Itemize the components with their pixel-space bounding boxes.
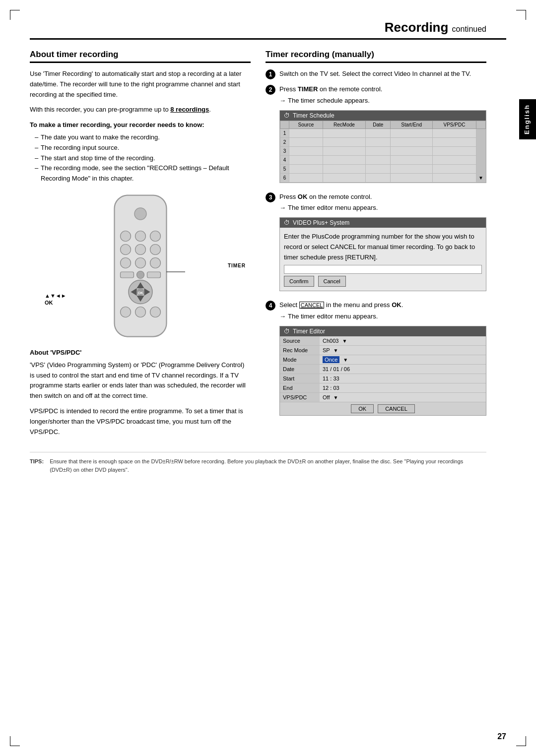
- svg-point-5: [120, 244, 131, 254]
- step-4: 4 Select CANCEL in the menu and press OK…: [266, 300, 486, 420]
- main-content: About timer recording Use 'Timer Recordi…: [30, 50, 486, 442]
- to-make-heading: To make a timer recording, your recorder…: [30, 120, 251, 130]
- svg-point-7: [150, 244, 160, 254]
- page-title-continued: continued: [452, 25, 486, 33]
- te-label-end: End: [280, 383, 320, 392]
- page-number: 27: [497, 732, 506, 741]
- dropdown-icon-vpspdc: ▼: [334, 395, 338, 400]
- timer-editor-title: ⏱ Timer Editor: [280, 326, 486, 336]
- step-1-text: Switch on the TV set. Select the correct…: [279, 69, 486, 79]
- cancel-button[interactable]: Cancel: [318, 276, 346, 287]
- svg-point-2: [120, 231, 131, 241]
- svg-point-4: [150, 231, 160, 241]
- te-label-source: Source: [280, 336, 320, 345]
- video-plus-input: [284, 265, 482, 274]
- table-row: 6: [280, 173, 486, 182]
- timer-schedule-title: ⏱ Timer Schedule: [280, 111, 486, 121]
- timer-editor-cancel-button[interactable]: CANCEL: [378, 404, 415, 413]
- step-2: 2 Press TIMER on the remote control. → T…: [266, 84, 486, 187]
- clock-icon-3: ⏱: [284, 328, 290, 335]
- page-header: Recording continued: [30, 20, 506, 40]
- vps-pdc-text1: 'VPS' (Video Programming System) or 'PDC…: [30, 360, 251, 401]
- tips-label: TIPS:: [30, 457, 44, 474]
- te-row-source: Source Ch003 ▼: [280, 336, 486, 346]
- svg-rect-11: [120, 272, 134, 278]
- timer-editor-body: Source Ch003 ▼ Rec Mode SP ▼ Mode: [280, 336, 486, 415]
- video-plus-body: Enter the PlusCode programming number fo…: [280, 228, 486, 291]
- te-row-recmode: Rec Mode SP ▼: [280, 346, 486, 355]
- vps-pdc-heading: About 'VPS/PDC': [30, 348, 251, 358]
- step-1-number: 1: [266, 69, 275, 79]
- step-3-number: 3: [266, 192, 275, 202]
- step-3-text: Press OK on the remote control.: [279, 192, 486, 202]
- video-plus-screen: ⏱ VIDEO Plus+ System Enter the PlusCode …: [279, 217, 486, 291]
- list-item: The date you want to make the recording.: [35, 132, 251, 143]
- svg-point-10: [150, 257, 160, 268]
- svg-point-22: [135, 307, 145, 317]
- table-row: 2: [280, 137, 486, 146]
- confirm-button[interactable]: Confirm: [284, 276, 314, 287]
- svg-point-6: [135, 244, 145, 254]
- ok-label: OK: [45, 300, 67, 306]
- table-row: 1▼: [280, 128, 486, 137]
- col-header-source: Source: [289, 121, 323, 128]
- timer-schedule-screen: ⏱ Timer Schedule Source RecMode Date: [279, 110, 486, 183]
- te-row-vpspdc: VPS/PDC Off ▼: [280, 393, 486, 402]
- te-row-mode: Mode Once ▼: [280, 355, 486, 365]
- page: English Recording continued About timer …: [0, 0, 536, 756]
- dropdown-icon-mode: ▼: [343, 357, 348, 363]
- step-2-number: 2: [266, 85, 275, 95]
- svg-rect-13: [147, 272, 160, 278]
- page-title: Recording: [385, 20, 449, 35]
- te-label-date: Date: [280, 365, 320, 374]
- te-value-mode: Once ▼: [320, 355, 486, 364]
- col-header-scroll: [476, 121, 486, 128]
- vps-pdc-text2: VPS/PDC is intended to record the entire…: [30, 406, 251, 437]
- step-2-content: Press TIMER on the remote control. → The…: [279, 84, 486, 187]
- video-plus-buttons: Confirm Cancel: [284, 276, 482, 287]
- step-1-content: Switch on the TV set. Select the correct…: [279, 69, 486, 79]
- te-value-start: 11 : 33: [320, 374, 486, 383]
- corner-mark-tr: [516, 10, 526, 20]
- col-header-recmode: RecMode: [323, 121, 365, 128]
- step-4-arrow: → The timer editor menu appears.: [279, 312, 486, 322]
- te-label-mode: Mode: [280, 355, 320, 364]
- te-buttons: OK CANCEL: [280, 402, 486, 415]
- timer-editor-ok-button[interactable]: OK: [351, 404, 374, 413]
- left-column: About timer recording Use 'Timer Recordi…: [30, 50, 251, 442]
- te-row-date: Date 31 / 01 / 06: [280, 365, 486, 374]
- list-item: The start and stop time of the recording…: [35, 153, 251, 164]
- mode-value-highlight: Once: [323, 356, 339, 363]
- tips-text: Ensure that there is enough space on the…: [50, 457, 486, 474]
- tips-section: TIPS: Ensure that there is enough space …: [30, 452, 486, 474]
- right-column: Timer recording (manually) 1 Switch on t…: [266, 50, 486, 442]
- svg-point-3: [135, 231, 145, 241]
- video-plus-title: ⏱ VIDEO Plus+ System: [280, 218, 486, 228]
- te-value-source: Ch003 ▼: [320, 336, 486, 345]
- step-3-content: Press OK on the remote control. → The ti…: [279, 192, 486, 295]
- step-2-text: Press TIMER on the remote control.: [279, 84, 486, 95]
- intro-text: Use 'Timer Recording' to automatically s…: [30, 69, 251, 100]
- clock-icon-2: ⏱: [284, 219, 290, 226]
- col-header-date: Date: [366, 121, 391, 128]
- list-item: The recording mode, see the section "REC…: [35, 163, 251, 184]
- svg-point-21: [120, 307, 131, 317]
- step-3-arrow: → The timer editor menu appears.: [279, 203, 486, 213]
- svg-point-9: [135, 257, 145, 268]
- timer-schedule-table: Source RecMode Date Start/End VPS/PDC 1▼: [280, 121, 486, 183]
- te-label-recmode: Rec Mode: [280, 346, 320, 355]
- step-4-number: 4: [266, 301, 275, 311]
- requirements-list: The date you want to make the recording.…: [30, 132, 251, 184]
- te-row-end: End 12 : 03: [280, 383, 486, 393]
- te-value-vpspdc: Off ▼: [320, 393, 486, 402]
- svg-point-1: [134, 208, 146, 220]
- arrows-label: ▲▼◄►: [45, 293, 67, 299]
- corner-mark-br: [516, 736, 526, 746]
- timer-label-container: TIMER: [228, 263, 246, 268]
- corner-mark-tl: [10, 10, 20, 20]
- col-header-empty: [280, 121, 289, 128]
- col-header-startend: Start/End: [391, 121, 433, 128]
- pre-programme-text: With this recorder, you can pre-programm…: [30, 105, 251, 115]
- table-row: 3: [280, 146, 486, 155]
- timer-recording-manually-heading: Timer recording (manually): [266, 50, 486, 63]
